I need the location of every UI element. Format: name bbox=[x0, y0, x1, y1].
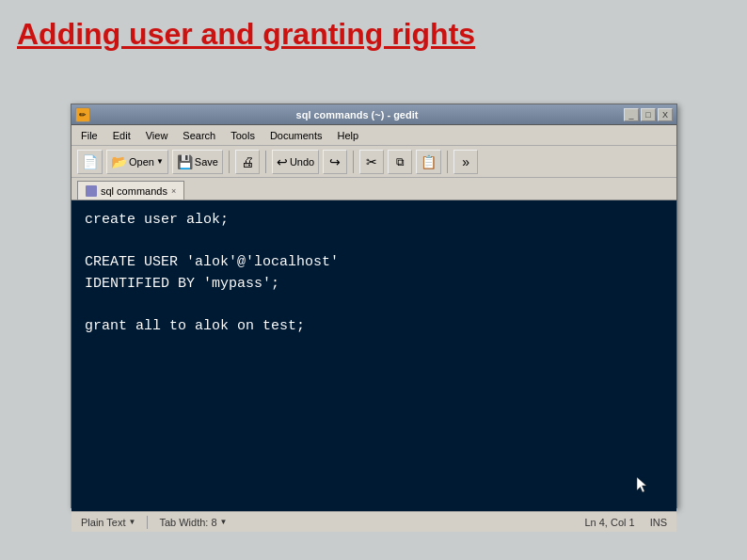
more-icon: » bbox=[462, 154, 469, 169]
status-mode: INS bbox=[650, 517, 667, 528]
status-right-group: Ln 4, Col 1 INS bbox=[584, 517, 667, 528]
app-icon: ✏ bbox=[75, 107, 90, 122]
page-title: Adding user and granting rights bbox=[17, 17, 475, 52]
save-label: Save bbox=[195, 156, 218, 168]
cut-icon: ✂ bbox=[366, 154, 377, 169]
open-arrow: ▼ bbox=[156, 157, 164, 166]
open-label: Open bbox=[129, 156, 154, 168]
app-icon-glyph: ✏ bbox=[79, 110, 87, 120]
status-format[interactable]: Plain Text ▼ bbox=[81, 517, 135, 528]
menu-search[interactable]: Search bbox=[179, 128, 219, 143]
toolbar-separator-1 bbox=[229, 151, 230, 173]
tab-width-arrow: ▼ bbox=[220, 518, 228, 526]
editor-area[interactable]: create user alok; CREATE USER 'alok'@'lo… bbox=[72, 200, 676, 511]
redo-icon: ↪ bbox=[329, 154, 341, 169]
copy-icon: ⧉ bbox=[396, 155, 405, 168]
tab-file-icon bbox=[86, 185, 97, 197]
window-title: sql commands (~) - gedit bbox=[90, 109, 624, 120]
tab-width-label: Tab Width: 8 bbox=[159, 517, 216, 528]
format-label: Plain Text bbox=[81, 517, 126, 528]
status-sep-1 bbox=[147, 516, 148, 529]
paste-icon: 📋 bbox=[421, 154, 437, 169]
editor-content: create user alok; CREATE USER 'alok'@'lo… bbox=[85, 210, 663, 337]
undo-label: Undo bbox=[290, 156, 314, 168]
toolbar-separator-4 bbox=[447, 151, 448, 173]
title-bar: ✏ sql commands (~) - gedit _ □ X bbox=[72, 104, 676, 125]
paste-button[interactable]: 📋 bbox=[416, 150, 441, 174]
cursor-indicator bbox=[635, 475, 648, 498]
gedit-window: ✏ sql commands (~) - gedit _ □ X File Ed… bbox=[71, 104, 677, 508]
status-position: Ln 4, Col 1 bbox=[584, 517, 634, 528]
status-tab-width[interactable]: Tab Width: 8 ▼ bbox=[159, 517, 227, 528]
toolbar-separator-2 bbox=[265, 151, 266, 173]
new-button[interactable]: 📄 bbox=[77, 150, 103, 174]
menu-documents[interactable]: Documents bbox=[266, 128, 326, 143]
format-arrow: ▼ bbox=[129, 518, 136, 526]
undo-icon: ↩ bbox=[277, 154, 288, 169]
save-button[interactable]: 💾 Save bbox=[172, 150, 223, 174]
tab-label: sql commands bbox=[101, 185, 167, 197]
close-button[interactable]: X bbox=[658, 108, 673, 121]
window-controls: _ □ X bbox=[624, 108, 673, 121]
menu-tools[interactable]: Tools bbox=[227, 128, 259, 143]
print-icon: 🖨 bbox=[241, 154, 254, 169]
tab-sql-commands[interactable]: sql commands × bbox=[77, 181, 184, 200]
menu-bar: File Edit View Search Tools Documents He… bbox=[72, 125, 676, 146]
print-button[interactable]: 🖨 bbox=[235, 150, 260, 174]
open-icon: 📂 bbox=[111, 154, 127, 169]
tab-close-button[interactable]: × bbox=[171, 186, 176, 196]
more-button[interactable]: » bbox=[453, 150, 478, 174]
minimize-button[interactable]: _ bbox=[624, 108, 639, 121]
menu-file[interactable]: File bbox=[77, 128, 102, 143]
toolbar-separator-3 bbox=[353, 151, 354, 173]
new-icon: 📄 bbox=[82, 154, 98, 169]
copy-button[interactable]: ⧉ bbox=[388, 150, 412, 174]
cut-button[interactable]: ✂ bbox=[359, 150, 384, 174]
toolbar: 📄 📂 Open ▼ 💾 Save 🖨 ↩ Undo bbox=[72, 146, 676, 178]
menu-help[interactable]: Help bbox=[334, 128, 363, 143]
maximize-button[interactable]: □ bbox=[641, 108, 656, 121]
save-icon: 💾 bbox=[177, 154, 193, 169]
status-bar: Plain Text ▼ Tab Width: 8 ▼ Ln 4, Col 1 … bbox=[72, 511, 676, 532]
slide-background: Adding user and granting rights ✏ sql co… bbox=[0, 0, 747, 560]
redo-button[interactable]: ↪ bbox=[323, 150, 347, 174]
open-button[interactable]: 📂 Open ▼ bbox=[106, 150, 168, 174]
undo-button[interactable]: ↩ Undo bbox=[272, 150, 319, 174]
menu-edit[interactable]: Edit bbox=[109, 128, 135, 143]
tab-bar: sql commands × bbox=[72, 178, 676, 200]
menu-view[interactable]: View bbox=[142, 128, 172, 143]
